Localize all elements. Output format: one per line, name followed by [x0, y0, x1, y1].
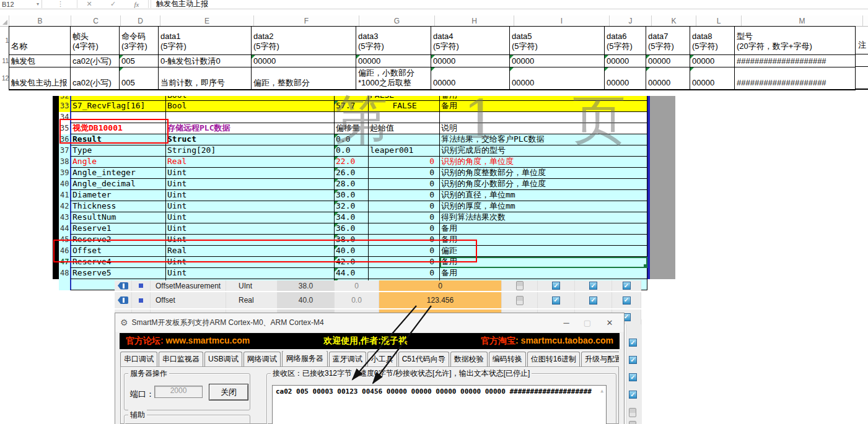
cell[interactable]: 偏距，小数部分 *1000之后取整 [356, 67, 431, 90]
cell[interactable]: 005 [120, 67, 159, 90]
cell[interactable]: 名称 [9, 27, 71, 55]
visible-checkbox[interactable] [612, 280, 641, 291]
window-titlebar[interactable]: ⚙ SmartM开发板系列支持ARM Cortex-M0、ARM Cortex-… [115, 313, 624, 332]
cell[interactable]: 触发包 [9, 55, 71, 67]
cell[interactable]: #################### [735, 55, 856, 67]
cell[interactable]: 0-触发包计数清0 [159, 55, 252, 67]
cell[interactable]: 005 [120, 55, 159, 67]
visible-checkbox[interactable] [629, 373, 637, 381]
cell[interactable]: 00000 [510, 55, 605, 67]
cell[interactable]: data5 (5字符) [510, 27, 605, 55]
accessible-checkbox[interactable] [538, 280, 575, 291]
tab-serial-monitor[interactable]: 串口监视器 [159, 352, 203, 366]
tab-data-check[interactable]: 数据校验 [450, 352, 488, 366]
cell[interactable]: 命令码 (3字符) [120, 27, 159, 55]
cell[interactable]: ca02(小写) [71, 67, 120, 90]
col-header-J[interactable]: J [610, 15, 652, 26]
tab-encode-convert[interactable]: 编码转换 [489, 352, 526, 366]
divider [151, 0, 151, 8]
retain-toggle[interactable] [629, 421, 636, 424]
fx-icon[interactable]: fx [134, 1, 139, 8]
cell[interactable]: 00000 [646, 67, 690, 90]
cell[interactable]: 注 [855, 26, 868, 54]
close-icon[interactable]: ✕ [599, 313, 620, 332]
col-header-E[interactable]: E [160, 15, 254, 26]
retain-toggle[interactable] [629, 408, 636, 417]
confirm-icon[interactable]: ✓ [110, 0, 116, 8]
col-header-H[interactable]: H [435, 15, 514, 26]
cell[interactable] [855, 54, 868, 67]
cell[interactable]: data7 (5字符) [646, 27, 690, 55]
tab-c51-wizard[interactable]: C51代码向导 [398, 352, 449, 366]
port-input[interactable]: 2000 [154, 386, 203, 398]
col-header-B[interactable]: B [9, 15, 71, 26]
minimize-button[interactable]: ─ [556, 313, 577, 332]
receive-textarea[interactable]: ca02 005 00003 00123 00456 00000 00000 0… [272, 385, 607, 424]
visible-checkbox[interactable] [629, 339, 637, 347]
retain-toggle[interactable] [502, 292, 538, 308]
cell: Angle [70, 157, 166, 168]
cell[interactable]: 00000 [690, 67, 735, 90]
cell[interactable]: 00000 [646, 55, 690, 67]
col-header-C[interactable]: C [71, 15, 121, 26]
writable-checkbox[interactable] [575, 292, 612, 308]
cell[interactable]: 00000 [605, 67, 646, 90]
cell[interactable]: data6 (5字符) [605, 27, 646, 55]
cell[interactable]: 当前计数，即序号 [159, 67, 252, 90]
cell[interactable]: 00000 [690, 55, 735, 67]
accessible-checkbox[interactable] [538, 292, 575, 308]
tab-small-tools[interactable]: 小工具 [367, 352, 397, 366]
col-header-L[interactable]: L [696, 15, 742, 26]
visible-checkbox[interactable] [629, 356, 637, 364]
cell[interactable] [855, 67, 868, 90]
cell[interactable]: 00000 [431, 55, 510, 67]
retain-toggle[interactable] [502, 280, 538, 291]
col-header-M[interactable]: M [742, 15, 863, 26]
row-header-11[interactable]: 11 [0, 54, 9, 67]
formula-input[interactable]: 触发包主动上报 [156, 0, 208, 8]
maximize-button[interactable]: ▢ [577, 313, 598, 332]
visible-checkbox[interactable] [629, 391, 637, 399]
tab-upgrade-config[interactable]: 升级与配置 [581, 352, 619, 366]
cell[interactable]: data4 (5字符) [431, 27, 510, 55]
cell[interactable]: ca02(小写) [71, 55, 120, 67]
visible-checkbox[interactable] [612, 292, 641, 308]
cell[interactable]: 00000 [605, 55, 646, 67]
cell-name-box[interactable]: B12 ▾ [0, 0, 42, 8]
select-all-corner[interactable] [0, 15, 9, 26]
col-header-D[interactable]: D [121, 15, 160, 26]
col-header-G[interactable]: G [359, 15, 435, 26]
tab-bluetooth-debug[interactable]: 蓝牙调试 [329, 352, 366, 366]
row-header-1[interactable]: 1 [0, 26, 9, 54]
chevron-down-icon[interactable]: ▾ [37, 1, 39, 7]
table-row: 47Reserve4Uint42.00备用 [59, 257, 647, 268]
cell[interactable]: 偏距，整数部分 [252, 67, 356, 90]
cell[interactable]: 00000 [252, 55, 356, 67]
close-server-button[interactable]: 关闭 [209, 384, 248, 400]
tab-network-debug[interactable]: 网络调试 [243, 352, 281, 366]
cancel-icon[interactable]: ✕ [87, 0, 92, 8]
cell[interactable]: #################### [735, 67, 856, 90]
writable-checkbox[interactable] [575, 280, 612, 291]
cell[interactable]: 00000 [431, 67, 510, 90]
cell[interactable]: 帧头 (4字符) [71, 27, 120, 55]
forum-link[interactable]: 官方论坛: www.smartmcu.com [126, 335, 250, 347]
cell[interactable]: 00000 [510, 67, 605, 90]
tab-bitmap-hex[interactable]: 位图转16进制 [527, 352, 580, 366]
cell[interactable]: 型号 (20字符，数字+字母) [735, 27, 856, 55]
cell[interactable]: data1 (5字符) [159, 27, 252, 55]
cell[interactable]: 00000 [356, 55, 431, 67]
tab-network-server[interactable]: 网络服务器 [282, 351, 328, 366]
row-header-12[interactable]: 12 [0, 67, 9, 90]
cell[interactable]: 触发包主动上报 [9, 67, 71, 90]
tab-serial-debug[interactable]: 串口调试 [120, 352, 157, 366]
col-header-F[interactable]: F [254, 15, 359, 26]
tab-usb-debug[interactable]: USB调试 [204, 352, 242, 366]
cell[interactable]: data3 (5字符) [356, 27, 431, 55]
col-header-K[interactable]: K [652, 15, 696, 26]
scroll-up-icon[interactable]: ▲ [600, 388, 603, 394]
col-header-I[interactable]: I [514, 15, 610, 26]
cell[interactable]: data8 (5字符) [690, 27, 735, 55]
taobao-link[interactable]: 官方淘宝: smartmcu.taobao.com [481, 335, 613, 347]
cell[interactable]: data2 (5字符) [252, 27, 356, 55]
